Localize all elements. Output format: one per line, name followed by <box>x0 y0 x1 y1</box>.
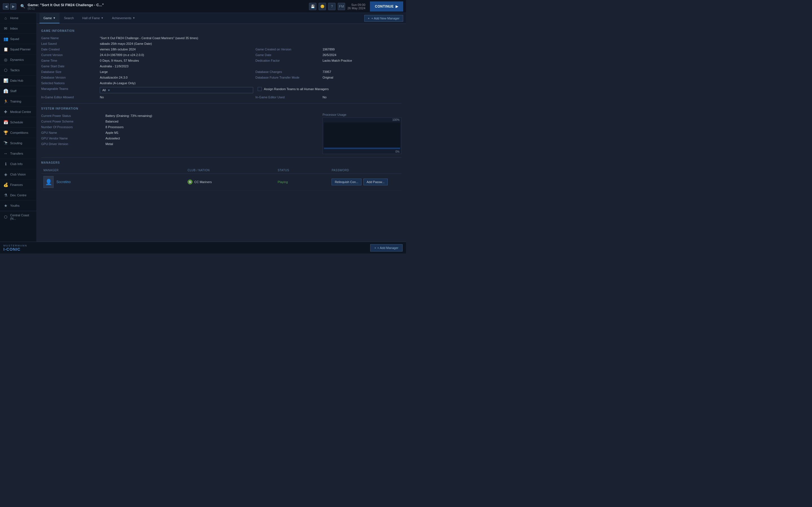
bottom-bar: MUSTERMANN I-CONIC + + Add Manager <box>0 242 406 253</box>
processor-section: Current Power Status Battery (Draining: … <box>41 113 402 154</box>
club-col-header: CLUB / NATION <box>185 167 275 174</box>
date-created-value: viernes 18th octubre 2024 <box>98 47 255 52</box>
sidebar-item-finances[interactable]: 💰 Finances <box>0 180 36 190</box>
schedule-icon: 📅 <box>3 120 8 124</box>
processor-usage-label: Processor Usage <box>322 113 402 116</box>
db-version-value: Actualización 24.3.0 <box>98 75 255 80</box>
assign-random-label: Assign Random Teams to all Human Manager… <box>264 87 329 91</box>
sidebar-item-dynamics[interactable]: ◎ Dynamics <box>0 55 36 65</box>
inbox-icon: ✉ <box>3 26 8 31</box>
manageable-teams-dropdown[interactable]: All ▼ <box>100 87 253 93</box>
add-manager-bottom-button[interactable]: + + Add Manager <box>370 244 403 251</box>
tab-search[interactable]: Search <box>60 13 78 23</box>
sidebar-item-schedule[interactable]: 📅 Schedule <box>0 117 36 128</box>
sidebar-label-squad: Squad <box>10 37 19 41</box>
sidebar-label-youths: Youths <box>10 204 19 207</box>
manager-avatar: 👤 <box>43 176 54 188</box>
game-time-value: 0 Days, 9 Hours, 57 Minutes <box>98 58 255 63</box>
search-icon: 🔍 <box>20 4 26 9</box>
sidebar-label-scouting: Scouting <box>10 142 22 145</box>
main-title: Game: "Sort It Out SI FM24 Challenge - C… <box>28 3 307 7</box>
sidebar-item-dev-centre[interactable]: ⚗ Dev. Centre <box>0 190 36 201</box>
sidebar-item-scouting[interactable]: 🔭 Scouting <box>0 138 36 149</box>
sidebar: ⌂ Home ✉ Inbox 👥 Squad 📋 Squad Planner ◎… <box>0 13 37 242</box>
sidebar-item-squad-planner[interactable]: 📋 Squad Planner <box>0 44 36 55</box>
sidebar-label-squad-planner: Squad Planner <box>10 48 31 51</box>
continue-arrow-icon: ▶ <box>396 4 398 8</box>
manager-name[interactable]: Socretino <box>56 180 71 184</box>
processor-usage-chart: 100% 0% <box>322 117 402 154</box>
youths-icon: ★ <box>3 203 8 208</box>
tab-game[interactable]: Game ▼ <box>40 13 59 23</box>
power-status-value: Battery (Draining: 73% remaining) <box>103 113 317 119</box>
sidebar-item-medical[interactable]: ✚ Medical Centre <box>0 107 36 117</box>
sidebar-item-club-vision[interactable]: ◈ Club Vision <box>0 169 36 180</box>
save-icon[interactable]: 💾 <box>309 3 316 10</box>
sidebar-item-squad[interactable]: 👥 Squad <box>0 34 36 44</box>
sidebar-item-transfers[interactable]: ↔ Transfers <box>0 149 36 159</box>
password-col-header: PASSWORD <box>329 167 402 174</box>
sidebar-item-inbox[interactable]: ✉ Inbox <box>0 23 36 34</box>
date-created-label: Date Created <box>41 47 98 52</box>
status-badge: Playing <box>278 180 288 184</box>
sidebar-item-data-hub[interactable]: 📊 Data Hub <box>0 75 36 86</box>
sidebar-item-tactics[interactable]: ⬡ Tactics <box>0 65 36 75</box>
forward-button[interactable]: ▶ <box>10 3 16 10</box>
sidebar-item-training[interactable]: 🏃 Training <box>0 96 36 107</box>
continue-button[interactable]: CONTINUE ▶ <box>370 1 403 11</box>
sidebar-label-transfers: Transfers <box>10 152 23 155</box>
sidebar-item-club-info[interactable]: ℹ Club Info <box>0 159 36 169</box>
sidebar-item-competitions[interactable]: 🏆 Competitions <box>0 128 36 138</box>
dropdown-arrow-icon: ▼ <box>107 89 110 92</box>
relinquish-control-button[interactable]: Relinquish Con... <box>332 179 361 185</box>
game-time-label: Game Time <box>41 58 98 63</box>
in-game-editor-used-label: In-Game Editor Used <box>255 94 320 100</box>
club-info-icon: ℹ <box>3 162 8 166</box>
back-button[interactable]: ◀ <box>3 3 9 10</box>
db-future-value: Original <box>320 75 402 80</box>
sub-title: (ID:1) <box>28 7 307 10</box>
medical-icon: ✚ <box>3 110 8 114</box>
assign-random-cell: Assign Random Teams to all Human Manager… <box>255 86 402 94</box>
manageable-teams-value: All ▼ <box>98 86 255 94</box>
sidebar-item-staff[interactable]: 👔 Staff <box>0 86 36 96</box>
sidebar-label-dynamics: Dynamics <box>10 58 24 61</box>
manager-actions-cell: Relinquish Con... Add Passw... <box>329 174 402 190</box>
face-icon[interactable]: 😊 <box>319 3 326 10</box>
game-created-version-value: 1967899 <box>320 47 402 52</box>
db-version-label: Database Version <box>41 75 98 80</box>
processor-chart-area <box>324 122 400 149</box>
assign-random-checkbox[interactable] <box>258 87 262 91</box>
tab-achievements[interactable]: Achievements ▼ <box>108 13 139 23</box>
tactics-icon: ⬡ <box>3 68 8 72</box>
tab-hall-of-fame[interactable]: Hall of Fame ▼ <box>79 13 107 23</box>
tab-hof-arrow: ▼ <box>101 17 103 19</box>
nav-tabs: Game ▼ Search Hall of Fame ▼ Achievement… <box>37 13 406 24</box>
sidebar-label-data-hub: Data Hub <box>10 79 23 82</box>
sidebar-label-competitions: Competitions <box>10 131 28 134</box>
game-name-value: "Sort It Out FM24 Challenge - Central Co… <box>98 35 402 41</box>
status-col-header: STATUS <box>275 167 329 174</box>
game-start-date-label: Game Start Date <box>41 63 98 69</box>
sidebar-item-youths[interactable]: ★ Youths <box>0 201 36 211</box>
add-password-button[interactable]: Add Passw... <box>363 179 388 185</box>
sidebar-item-club-name[interactable]: ⬡ Central Coast (N... <box>0 211 36 223</box>
in-game-editor-label: In-Game Editor Allowed <box>41 94 98 100</box>
game-created-version-label: Game Created on Version <box>255 47 320 52</box>
gpu-vendor-value: Autoselect <box>103 135 317 141</box>
db-changes-label: Database Changes <box>255 69 320 75</box>
staff-icon: 👔 <box>3 89 8 93</box>
page-content: GAME INFORMATION Game Name "Sort It Out … <box>37 24 406 194</box>
db-changes-value: 73957 <box>320 69 402 75</box>
dev-centre-icon: ⚗ <box>3 193 8 198</box>
manager-name-cell: 👤 Socretino <box>41 174 185 190</box>
person-silhouette-icon: 👤 <box>45 179 52 185</box>
add-new-manager-button[interactable]: + + Add New Manager <box>364 15 403 22</box>
help-icon[interactable]: ? <box>328 3 336 10</box>
sidebar-item-home[interactable]: ⌂ Home <box>0 13 36 23</box>
current-version-value: 24.4.0+1967899 (m.e v24.2.0.0) <box>98 52 255 58</box>
fm-icon[interactable]: FM <box>338 3 345 10</box>
db-size-label: Database Size <box>41 69 98 75</box>
dedication-factor-value: Lacks Match Practice <box>320 58 402 63</box>
section-divider-1 <box>41 103 402 104</box>
